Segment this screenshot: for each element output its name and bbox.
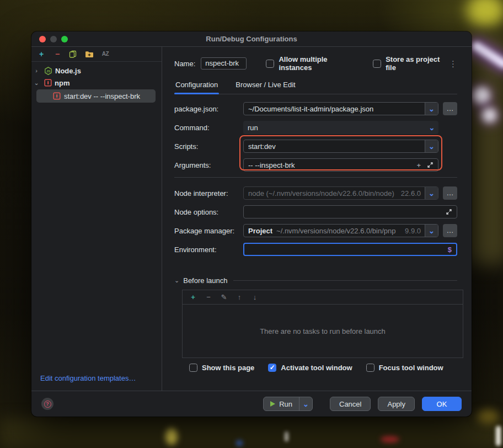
package-manager-label: Package manager: [174,227,243,235]
before-launch-header[interactable]: ⌄ Before launch [174,276,457,285]
package-manager-row: Package manager: Project ~/.nvm/versions… [174,224,457,237]
move-task-up-icon[interactable]: ↑ [236,293,243,301]
bg-blob [473,87,490,104]
node-interpreter-label: Node interpreter: [174,189,243,198]
tree-item-start-dev[interactable]: start:dev -- --inspect-brk [36,89,156,103]
bg-blob [477,409,499,424]
bg-blob [482,108,496,122]
window-controls [39,36,68,42]
tab-browser-live-edit[interactable]: Browser / Live Edit [234,81,296,94]
copy-configuration-icon[interactable] [69,50,78,58]
command-select[interactable]: run ⌄ [243,121,438,134]
edit-configuration-templates-link[interactable]: Edit configuration templates… [31,374,162,391]
configuration-form: package.json: ~/Documents/list-it-admin/… [174,102,457,262]
checkbox-icon [373,60,381,68]
expand-field-icon[interactable] [446,209,452,215]
checkbox-label: Focus tool window [379,364,443,372]
arguments-value: -- --inspect-brk [248,161,295,169]
arguments-label: Arguments: [174,161,243,169]
before-launch-toolbar: + − ✎ ↑ ↓ [183,290,463,305]
checkbox-icon [266,60,274,68]
chevron-down-icon[interactable]: ⌄ [31,79,41,87]
focus-tool-window-checkbox[interactable]: Focus tool window [366,364,443,372]
remove-configuration-icon[interactable]: − [53,50,62,58]
name-label: Name: [174,60,195,68]
package-manager-browse-button[interactable]: … [443,224,457,237]
tab-configuration[interactable]: Configuration [174,81,219,94]
configuration-editor-panel: Name: nspect-brk Allow multiple instance… [162,47,472,391]
chevron-down-icon[interactable]: ⌄ [425,187,438,199]
activate-tool-window-checkbox[interactable]: Activate tool window [268,364,352,372]
name-row: Name: nspect-brk Allow multiple instance… [174,57,457,70]
name-input[interactable]: nspect-brk [201,57,247,70]
more-options-kebab-icon[interactable]: ⋮ [449,60,457,68]
tab-label: Configuration [175,81,218,89]
environment-variables-icon[interactable]: $ [448,246,452,254]
environment-input[interactable]: $ [243,243,457,256]
add-macro-icon[interactable]: + [416,161,421,169]
checkbox-checked-icon [268,364,276,372]
allow-multiple-instances-checkbox[interactable]: Allow multiple instances [266,55,358,72]
run-button[interactable]: Run [264,397,299,410]
add-task-icon[interactable]: + [189,293,197,301]
chevron-right-icon[interactable]: › [31,67,41,74]
help-icon: ? [44,401,51,408]
node-interpreter-row: Node interpreter: node (~/.nvm/versions/… [174,186,457,200]
scripts-row: Scripts: start:dev ⌄ [174,140,457,153]
show-this-page-checkbox[interactable]: Show this page [189,364,254,372]
command-label: Command: [174,124,243,132]
remove-task-icon[interactable]: − [205,293,212,301]
ok-button[interactable]: OK [422,397,462,411]
chevron-down-icon[interactable]: ⌄ [425,121,438,134]
sidebar-toolbar: + − AZ [31,47,162,62]
run-button-label: Run [279,400,292,408]
checkbox-label: Show this page [202,364,254,372]
add-configuration-icon[interactable]: + [37,50,46,58]
move-task-down-icon[interactable]: ↓ [251,293,259,301]
svg-text:JS: JS [46,69,50,72]
store-as-project-file-checkbox[interactable]: Store as project file [373,55,449,72]
package-json-browse-button[interactable]: … [443,102,457,115]
footer-buttons: Run ⌄ Cancel Apply OK [263,397,462,411]
help-button[interactable]: ? [41,398,53,410]
arguments-input[interactable]: -- --inspect-brk + [243,158,438,172]
tree-item-label: start:dev -- --inspect-brk [64,92,140,100]
nodejs-icon: JS [44,67,52,75]
chevron-down-icon[interactable]: ⌄ [425,140,438,152]
dialog-footer: ? Run ⌄ Cancel Apply OK [31,391,472,417]
bg-blob [496,426,501,446]
arguments-row: Arguments: -- --inspect-brk + [174,158,457,172]
tree-item-nodejs[interactable]: › JS Node.js [31,65,162,77]
close-window-button[interactable] [39,36,46,42]
package-json-value: ~/Documents/list-it-admin/package.json [248,105,373,113]
bg-blob [165,428,178,445]
node-interpreter-select[interactable]: node (~/.nvm/versions/node/v22.6.0/bin/n… [243,186,438,200]
edit-task-icon[interactable]: ✎ [220,293,228,301]
tree-item-npm[interactable]: ⌄ npm [31,77,162,89]
new-folder-icon[interactable] [85,51,94,58]
package-json-select[interactable]: ~/Documents/list-it-admin/package.json ⌄ [243,102,438,115]
play-icon [270,401,275,407]
scripts-value: start:dev [248,142,276,151]
apply-button[interactable]: Apply [378,397,415,411]
expand-field-icon[interactable] [427,162,434,168]
zoom-window-button[interactable] [61,36,68,42]
chevron-down-icon[interactable]: ⌄ [425,103,438,115]
run-split-button[interactable]: Run ⌄ [263,397,313,411]
npm-icon [44,79,52,87]
node-options-input[interactable] [243,205,457,218]
package-manager-select[interactable]: Project ~/.nvm/versions/node/v22.6.0/bin… [243,224,438,237]
before-launch-empty-text: There are no tasks to run before launch [260,327,386,335]
sort-alphabetically-icon[interactable]: AZ [101,50,110,58]
run-options-chevron-icon[interactable]: ⌄ [299,397,312,410]
dialog-title: Run/Debug Configurations [31,35,472,43]
node-options-row: Node options: [174,205,457,218]
configurations-sidebar: + − AZ › [31,47,162,391]
before-launch-title: Before launch [183,276,227,285]
dialog-titlebar: Run/Debug Configurations [31,31,472,47]
chevron-down-icon[interactable]: ⌄ [425,225,438,237]
node-interpreter-browse-button[interactable]: … [443,186,457,200]
cancel-button[interactable]: Cancel [330,397,371,411]
scripts-select[interactable]: start:dev ⌄ [243,140,438,153]
checkbox-label: Store as project file [386,55,449,72]
